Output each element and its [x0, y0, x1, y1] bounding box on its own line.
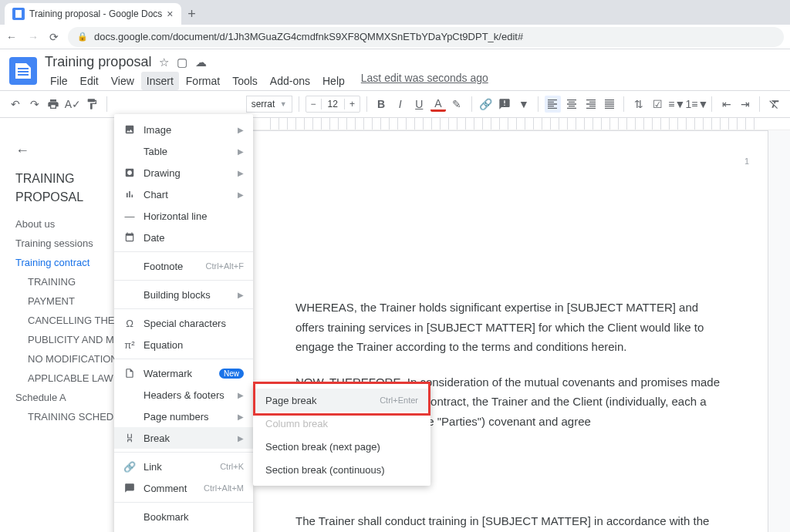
font-size-control[interactable]: − 12 + [306, 96, 360, 113]
print-icon[interactable] [46, 96, 62, 113]
new-tab-button[interactable]: + [181, 3, 203, 25]
align-center-icon[interactable] [564, 96, 580, 113]
line-spacing-icon[interactable]: ⇅ [630, 96, 647, 113]
submenu-section-next[interactable]: Section break (next page) [253, 435, 430, 458]
align-justify-icon[interactable] [602, 96, 618, 113]
increase-font-icon[interactable]: + [345, 99, 360, 109]
checklist-icon[interactable]: ☑ [650, 96, 666, 113]
insert-link-icon[interactable]: 🔗 [478, 96, 495, 113]
add-comment-icon[interactable] [497, 96, 513, 113]
menu-item-watermark[interactable]: WatermarkNew [114, 362, 253, 384]
menu-item-chart[interactable]: Chart▶ [114, 184, 253, 205]
paragraph: The Trainer shall conduct training in [S… [295, 511, 721, 533]
docs-logo-icon[interactable] [9, 57, 37, 85]
increase-indent-icon[interactable]: ⇥ [738, 96, 754, 113]
lock-icon: 🔒 [77, 32, 88, 42]
last-edit-link[interactable]: Last edit was seconds ago [361, 72, 488, 90]
underline-icon[interactable]: U [411, 96, 427, 113]
browser-toolbar: ← → ⟳ 🔒 docs.google.com/document/d/1Jh3M… [0, 25, 790, 49]
numbered-list-icon[interactable]: 1≡▼ [688, 96, 705, 113]
pi-icon: π² [123, 338, 136, 351]
watermark-icon [123, 367, 136, 379]
submenu-column-break: Column break [253, 412, 430, 435]
doc-title[interactable]: Training proposal [45, 54, 151, 70]
docs-favicon [12, 8, 25, 20]
menu-edit[interactable]: Edit [75, 72, 104, 90]
link-icon: 🔗 [123, 460, 136, 473]
close-tab-icon[interactable]: × [167, 8, 173, 20]
insert-menu-dropdown: Image▶ Table▶ Drawing▶ Chart▶ —Horizonta… [114, 114, 253, 532]
italic-icon[interactable]: I [392, 96, 408, 113]
bold-icon[interactable]: B [373, 96, 390, 113]
ruler[interactable] [227, 118, 790, 130]
menu-item-page-numbers[interactable]: Page numbers▶ [114, 406, 253, 427]
undo-icon[interactable]: ↶ [8, 96, 24, 113]
back-icon[interactable]: ← [6, 31, 17, 43]
url-text: docs.google.com/document/d/1Jh3MGuaZG4cm… [94, 31, 523, 42]
address-bar[interactable]: 🔒 docs.google.com/document/d/1Jh3MGuaZG4… [68, 27, 784, 47]
submenu-page-break[interactable]: Page breakCtrl+Enter [253, 389, 430, 412]
menu-item-break[interactable]: Break▶ [114, 427, 253, 449]
menu-bar: File Edit View Insert Format Tools Add-o… [45, 72, 488, 90]
hr-icon: — [123, 210, 136, 222]
menu-item-drawing[interactable]: Drawing▶ [114, 162, 253, 184]
forward-icon[interactable]: → [28, 31, 39, 43]
break-submenu: Page breakCtrl+Enter Column break Sectio… [253, 384, 430, 486]
menu-item-special-chars[interactable]: ΩSpecial characters [114, 312, 253, 334]
date-icon [123, 231, 136, 244]
move-icon[interactable]: ▢ [177, 56, 187, 69]
break-icon [123, 432, 136, 444]
reload-icon[interactable]: ⟳ [49, 31, 59, 43]
menu-item-headers-footers[interactable]: Headers & footers▶ [114, 384, 253, 406]
omega-icon: Ω [123, 317, 136, 329]
decrease-font-icon[interactable]: − [306, 99, 321, 109]
star-icon[interactable]: ☆ [159, 56, 169, 69]
tab-title: Training proposal - Google Docs [29, 8, 162, 19]
browser-tab-strip: Training proposal - Google Docs × + [0, 0, 790, 25]
align-right-icon[interactable] [582, 96, 599, 113]
chart-icon [123, 188, 136, 200]
font-size-value[interactable]: 12 [321, 99, 345, 109]
paragraph: WHEREAS, the Trainer holds significant e… [295, 298, 721, 357]
page-number: 1 [744, 154, 749, 169]
submenu-section-continuous[interactable]: Section break (continuous) [253, 458, 430, 481]
menu-help[interactable]: Help [317, 72, 350, 90]
menu-item-comment[interactable]: CommentCtrl+Alt+M [114, 477, 253, 499]
spellcheck-icon[interactable]: A✓ [65, 96, 81, 113]
menu-item-table[interactable]: Table▶ [114, 140, 253, 162]
menu-tools[interactable]: Tools [227, 72, 263, 90]
decrease-indent-icon[interactable]: ⇤ [718, 96, 734, 113]
menu-item-hr[interactable]: —Horizontal line [114, 205, 253, 227]
font-selector[interactable]: serrat▼ [246, 96, 292, 113]
menu-item-date[interactable]: Date [114, 227, 253, 248]
menu-item-building-blocks[interactable]: Building blocks▶ [114, 284, 253, 305]
docs-header: Training proposal ☆ ▢ ☁ File Edit View I… [0, 49, 790, 90]
browser-tab[interactable]: Training proposal - Google Docs × [5, 3, 181, 25]
new-badge: New [219, 369, 244, 379]
redo-icon[interactable]: ↷ [27, 96, 43, 113]
menu-insert[interactable]: Insert [141, 72, 179, 90]
menu-item-image[interactable]: Image▶ [114, 119, 253, 140]
clear-formatting-icon[interactable] [766, 96, 782, 113]
menu-item-equation[interactable]: π²Equation [114, 334, 253, 355]
menu-file[interactable]: File [45, 72, 73, 90]
insert-image-icon[interactable]: ▼ [516, 96, 532, 113]
drawing-icon [123, 167, 136, 179]
text-color-icon[interactable]: A [430, 97, 447, 112]
paint-format-icon[interactable] [84, 96, 100, 113]
menu-item-link[interactable]: 🔗LinkCtrl+K [114, 456, 253, 477]
menu-item-toc[interactable]: Table of contents▶ [114, 527, 253, 532]
menu-item-footnote[interactable]: FootnoteCtrl+Alt+F [114, 255, 253, 277]
menu-addons[interactable]: Add-ons [265, 72, 316, 90]
image-icon [123, 123, 136, 136]
menu-view[interactable]: View [106, 72, 140, 90]
bulleted-list-icon[interactable]: ≡▼ [668, 96, 685, 113]
comment-icon [123, 482, 136, 494]
highlight-color-icon[interactable]: ✎ [449, 96, 465, 113]
menu-format[interactable]: Format [181, 72, 225, 90]
menu-item-bookmark[interactable]: Bookmark [114, 506, 253, 527]
align-left-icon[interactable] [545, 96, 561, 113]
cloud-icon[interactable]: ☁ [195, 56, 207, 69]
